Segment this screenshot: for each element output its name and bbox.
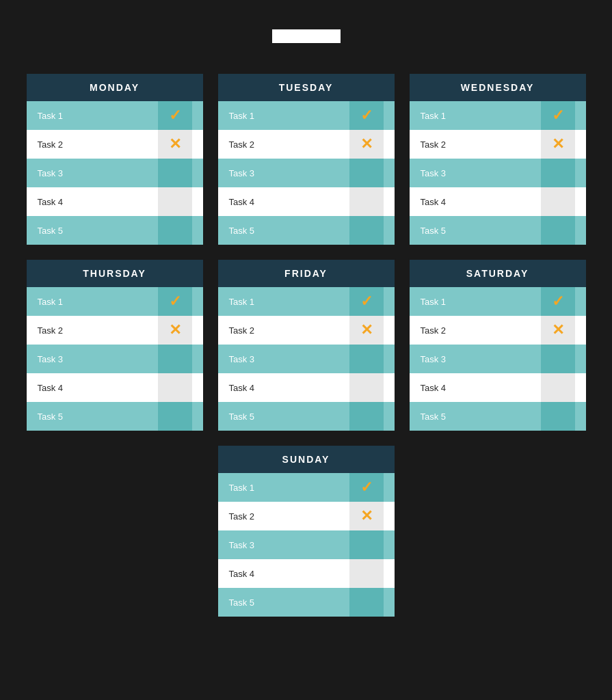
check-icon: ✓ bbox=[360, 479, 373, 496]
task-label: Task 5 bbox=[421, 412, 447, 422]
check-icon: ✓ bbox=[360, 293, 373, 310]
task-row: Task 2✕ bbox=[27, 316, 203, 345]
week-row-2: THURSDAYTask 1✓Task 2✕Task 3Task 4Task 5… bbox=[25, 258, 587, 432]
task-status-cell: ✓ bbox=[541, 101, 575, 130]
check-icon: ✓ bbox=[169, 293, 181, 310]
week-row-1: MONDAYTask 1✓Task 2✕Task 3Task 4Task 5TU… bbox=[25, 72, 587, 246]
task-label: Task 4 bbox=[229, 383, 255, 393]
task-status-cell bbox=[349, 216, 384, 245]
task-label: Task 2 bbox=[421, 325, 447, 336]
task-status-cell bbox=[541, 216, 575, 245]
task-status-cell: ✓ bbox=[349, 101, 384, 130]
task-label: Task 5 bbox=[229, 226, 255, 236]
task-label: Task 3 bbox=[229, 354, 255, 364]
day-header-tuesday: TUESDAY bbox=[218, 74, 395, 101]
task-row: Task 4 bbox=[218, 373, 395, 402]
task-status-cell bbox=[349, 559, 384, 588]
task-label: Task 3 bbox=[421, 354, 447, 364]
task-label: Task 4 bbox=[421, 197, 447, 207]
task-row: Task 4 bbox=[218, 559, 395, 588]
task-label: Task 1 bbox=[229, 483, 255, 493]
day-header-saturday: SATURDAY bbox=[410, 260, 586, 287]
task-row: Task 1✓ bbox=[218, 101, 395, 130]
task-row: Task 1✓ bbox=[410, 101, 586, 130]
task-row: Task 4 bbox=[27, 187, 203, 216]
task-status-cell: ✕ bbox=[541, 316, 575, 345]
task-row: Task 5 bbox=[410, 216, 586, 245]
task-label: Task 4 bbox=[421, 383, 447, 393]
day-card-tuesday: TUESDAYTask 1✓Task 2✕Task 3Task 4Task 5 bbox=[217, 72, 396, 246]
check-icon: ✓ bbox=[552, 107, 564, 124]
task-row: Task 2✕ bbox=[27, 130, 203, 159]
x-icon: ✕ bbox=[169, 135, 181, 153]
task-row: Task 4 bbox=[410, 373, 586, 402]
task-status-cell bbox=[349, 588, 384, 617]
task-status-cell bbox=[541, 187, 575, 216]
task-row: Task 5 bbox=[218, 216, 395, 245]
task-row: Task 5 bbox=[27, 402, 203, 431]
task-label: Task 1 bbox=[229, 297, 255, 307]
task-status-cell: ✕ bbox=[349, 316, 384, 345]
x-icon: ✕ bbox=[169, 321, 181, 339]
task-row: Task 1✓ bbox=[27, 101, 203, 130]
task-row: Task 2✕ bbox=[218, 502, 395, 530]
week-row-3: SUNDAYTask 1✓Task 2✕Task 3Task 4Task 5 bbox=[217, 444, 396, 618]
task-label: Task 5 bbox=[421, 226, 447, 236]
task-status-cell: ✓ bbox=[541, 287, 575, 316]
task-label: Task 4 bbox=[229, 197, 255, 207]
task-label: Task 4 bbox=[229, 569, 255, 579]
day-card-wednesday: WEDNESDAYTask 1✓Task 2✕Task 3Task 4Task … bbox=[408, 72, 587, 246]
task-row: Task 3 bbox=[410, 159, 586, 187]
task-label: Task 4 bbox=[38, 383, 64, 393]
task-label: Task 2 bbox=[229, 139, 255, 150]
x-icon: ✕ bbox=[360, 507, 373, 525]
x-icon: ✕ bbox=[360, 135, 373, 153]
day-card-monday: MONDAYTask 1✓Task 2✕Task 3Task 4Task 5 bbox=[25, 72, 204, 246]
day-card-thursday: THURSDAYTask 1✓Task 2✕Task 3Task 4Task 5 bbox=[25, 258, 204, 432]
task-status-cell bbox=[158, 402, 192, 431]
task-status-cell bbox=[541, 373, 575, 402]
task-row: Task 5 bbox=[218, 402, 395, 431]
task-status-cell: ✕ bbox=[349, 502, 384, 530]
page-title bbox=[270, 27, 343, 45]
task-status-cell bbox=[158, 216, 192, 245]
check-icon: ✓ bbox=[169, 107, 181, 124]
task-row: Task 3 bbox=[218, 530, 395, 559]
day-header-friday: FRIDAY bbox=[218, 260, 395, 287]
task-status-cell: ✓ bbox=[349, 473, 384, 502]
task-label: Task 5 bbox=[229, 597, 255, 608]
task-row: Task 3 bbox=[218, 159, 395, 187]
task-row: Task 3 bbox=[27, 159, 203, 187]
task-status-cell bbox=[349, 345, 384, 373]
task-status-cell bbox=[349, 187, 384, 216]
task-status-cell bbox=[541, 159, 575, 187]
task-row: Task 2✕ bbox=[218, 130, 395, 159]
day-card-saturday: SATURDAYTask 1✓Task 2✕Task 3Task 4Task 5 bbox=[408, 258, 587, 432]
task-row: Task 1✓ bbox=[27, 287, 203, 316]
day-header-monday: MONDAY bbox=[27, 74, 203, 101]
task-label: Task 1 bbox=[229, 111, 255, 121]
task-row: Task 3 bbox=[410, 345, 586, 373]
task-label: Task 1 bbox=[38, 111, 64, 121]
task-label: Task 3 bbox=[38, 168, 64, 178]
task-status-cell: ✕ bbox=[541, 130, 575, 159]
task-status-cell bbox=[349, 159, 384, 187]
task-label: Task 5 bbox=[38, 412, 64, 422]
day-header-thursday: THURSDAY bbox=[27, 260, 203, 287]
task-label: Task 2 bbox=[229, 511, 255, 522]
day-header-sunday: SUNDAY bbox=[218, 446, 395, 473]
task-label: Task 2 bbox=[38, 325, 64, 336]
task-status-cell bbox=[349, 530, 384, 559]
task-row: Task 1✓ bbox=[410, 287, 586, 316]
task-row: Task 5 bbox=[27, 216, 203, 245]
check-icon: ✓ bbox=[360, 107, 373, 124]
task-row: Task 2✕ bbox=[218, 316, 395, 345]
task-label: Task 2 bbox=[229, 325, 255, 336]
task-status-cell bbox=[158, 345, 192, 373]
x-icon: ✕ bbox=[552, 135, 564, 153]
task-row: Task 5 bbox=[218, 588, 395, 617]
task-label: Task 3 bbox=[421, 168, 447, 178]
task-status-cell bbox=[158, 159, 192, 187]
task-row: Task 1✓ bbox=[218, 473, 395, 502]
task-row: Task 4 bbox=[27, 373, 203, 402]
